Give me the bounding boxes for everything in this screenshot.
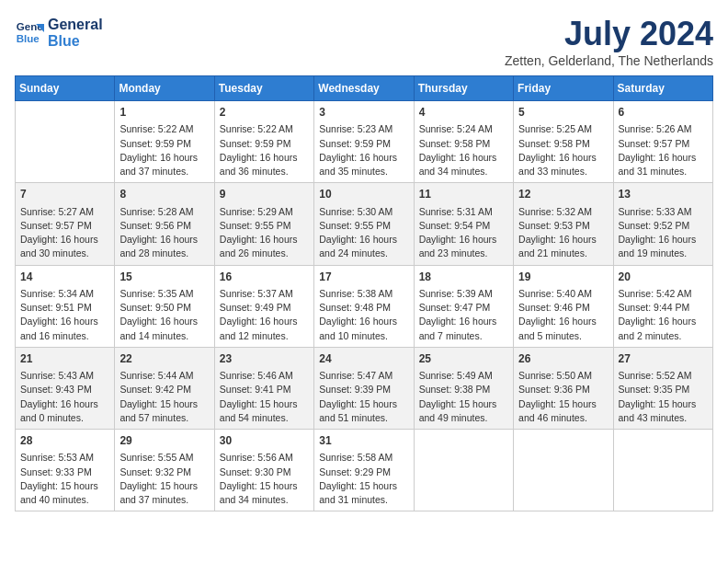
day-content: Sunrise: 5:47 AM Sunset: 9:39 PM Dayligh…: [319, 370, 397, 423]
calendar-cell: 12Sunrise: 5:32 AM Sunset: 9:53 PM Dayli…: [514, 183, 613, 265]
day-content: Sunrise: 5:58 AM Sunset: 9:29 PM Dayligh…: [319, 452, 397, 505]
calendar-cell: 5Sunrise: 5:25 AM Sunset: 9:58 PM Daylig…: [514, 101, 613, 183]
calendar-cell: 11Sunrise: 5:31 AM Sunset: 9:54 PM Dayli…: [414, 183, 513, 265]
day-content: Sunrise: 5:35 AM Sunset: 9:50 PM Dayligh…: [119, 288, 198, 341]
day-number: 18: [419, 270, 508, 285]
calendar-cell: 8Sunrise: 5:28 AM Sunset: 9:56 PM Daylig…: [115, 183, 214, 265]
col-header-monday: Monday: [115, 76, 214, 101]
day-number: 4: [419, 105, 508, 121]
day-number: 22: [119, 351, 209, 367]
day-content: Sunrise: 5:52 AM Sunset: 9:35 PM Dayligh…: [619, 370, 697, 423]
day-number: 23: [220, 351, 309, 367]
day-content: Sunrise: 5:37 AM Sunset: 9:49 PM Dayligh…: [220, 288, 298, 341]
col-header-saturday: Saturday: [613, 76, 712, 101]
day-content: Sunrise: 5:46 AM Sunset: 9:41 PM Dayligh…: [220, 370, 298, 423]
calendar-cell: 10Sunrise: 5:30 AM Sunset: 9:55 PM Dayli…: [314, 183, 414, 265]
week-row-1: 1Sunrise: 5:22 AM Sunset: 9:59 PM Daylig…: [16, 101, 713, 183]
day-content: Sunrise: 5:27 AM Sunset: 9:57 PM Dayligh…: [20, 206, 98, 259]
day-number: 19: [518, 270, 608, 285]
week-row-2: 7Sunrise: 5:27 AM Sunset: 9:57 PM Daylig…: [16, 183, 713, 265]
day-number: 10: [319, 187, 408, 202]
calendar-cell: 23Sunrise: 5:46 AM Sunset: 9:41 PM Dayli…: [214, 347, 313, 429]
page-header: General Blue General Blue July 2024 Zett…: [15, 15, 713, 68]
day-number: 13: [619, 187, 708, 202]
calendar-cell: 15Sunrise: 5:35 AM Sunset: 9:50 PM Dayli…: [115, 265, 214, 347]
day-number: 17: [319, 270, 408, 285]
day-number: 29: [119, 433, 209, 449]
day-content: Sunrise: 5:28 AM Sunset: 9:56 PM Dayligh…: [119, 206, 198, 259]
calendar-cell: 19Sunrise: 5:40 AM Sunset: 9:46 PM Dayli…: [514, 265, 613, 347]
calendar-cell: [514, 430, 613, 511]
week-row-5: 28Sunrise: 5:53 AM Sunset: 9:33 PM Dayli…: [16, 430, 713, 511]
week-row-3: 14Sunrise: 5:34 AM Sunset: 9:51 PM Dayli…: [16, 265, 713, 347]
calendar-cell: 22Sunrise: 5:44 AM Sunset: 9:42 PM Dayli…: [115, 347, 214, 429]
logo-text: General: [48, 17, 103, 33]
header-row: SundayMondayTuesdayWednesdayThursdayFrid…: [16, 76, 713, 101]
day-number: 11: [419, 187, 508, 202]
calendar-table: SundayMondayTuesdayWednesdayThursdayFrid…: [15, 75, 713, 511]
calendar-cell: 2Sunrise: 5:22 AM Sunset: 9:59 PM Daylig…: [214, 101, 313, 183]
calendar-cell: 1Sunrise: 5:22 AM Sunset: 9:59 PM Daylig…: [115, 101, 214, 183]
col-header-friday: Friday: [514, 76, 613, 101]
day-content: Sunrise: 5:39 AM Sunset: 9:47 PM Dayligh…: [419, 288, 497, 341]
week-row-4: 21Sunrise: 5:43 AM Sunset: 9:43 PM Dayli…: [16, 347, 713, 429]
day-number: 24: [319, 351, 408, 367]
day-content: Sunrise: 5:33 AM Sunset: 9:52 PM Dayligh…: [619, 206, 697, 259]
title-block: July 2024 Zetten, Gelderland, The Nether…: [505, 15, 713, 68]
logo-icon: General Blue: [15, 17, 44, 47]
calendar-cell: 27Sunrise: 5:52 AM Sunset: 9:35 PM Dayli…: [613, 347, 712, 429]
calendar-cell: 13Sunrise: 5:33 AM Sunset: 9:52 PM Dayli…: [613, 183, 712, 265]
calendar-cell: 3Sunrise: 5:23 AM Sunset: 9:59 PM Daylig…: [314, 101, 414, 183]
day-content: Sunrise: 5:22 AM Sunset: 9:59 PM Dayligh…: [220, 123, 298, 177]
day-number: 30: [220, 433, 309, 449]
calendar-cell: 26Sunrise: 5:50 AM Sunset: 9:36 PM Dayli…: [514, 347, 613, 429]
calendar-cell: 7Sunrise: 5:27 AM Sunset: 9:57 PM Daylig…: [16, 183, 115, 265]
day-content: Sunrise: 5:23 AM Sunset: 9:59 PM Dayligh…: [319, 123, 397, 177]
day-content: Sunrise: 5:25 AM Sunset: 9:58 PM Dayligh…: [518, 123, 597, 177]
day-content: Sunrise: 5:42 AM Sunset: 9:44 PM Dayligh…: [619, 288, 697, 341]
day-number: 25: [419, 351, 508, 367]
day-content: Sunrise: 5:44 AM Sunset: 9:42 PM Dayligh…: [119, 370, 198, 423]
col-header-sunday: Sunday: [16, 76, 115, 101]
day-content: Sunrise: 5:24 AM Sunset: 9:58 PM Dayligh…: [419, 123, 497, 177]
day-content: Sunrise: 5:56 AM Sunset: 9:30 PM Dayligh…: [220, 452, 298, 505]
calendar-cell: 20Sunrise: 5:42 AM Sunset: 9:44 PM Dayli…: [613, 265, 712, 347]
calendar-cell: 16Sunrise: 5:37 AM Sunset: 9:49 PM Dayli…: [214, 265, 313, 347]
day-content: Sunrise: 5:55 AM Sunset: 9:32 PM Dayligh…: [119, 452, 198, 505]
calendar-cell: 21Sunrise: 5:43 AM Sunset: 9:43 PM Dayli…: [16, 347, 115, 429]
day-number: 21: [20, 351, 109, 367]
col-header-thursday: Thursday: [414, 76, 513, 101]
calendar-cell: 4Sunrise: 5:24 AM Sunset: 9:58 PM Daylig…: [414, 101, 513, 183]
day-number: 8: [119, 187, 209, 202]
day-content: Sunrise: 5:38 AM Sunset: 9:48 PM Dayligh…: [319, 288, 397, 341]
calendar-cell: [16, 101, 115, 183]
day-number: 7: [20, 187, 109, 202]
calendar-cell: [414, 430, 513, 511]
logo-text-blue: Blue: [48, 33, 103, 50]
logo: General Blue General Blue: [15, 15, 103, 49]
day-content: Sunrise: 5:40 AM Sunset: 9:46 PM Dayligh…: [518, 288, 597, 341]
calendar-cell: 6Sunrise: 5:26 AM Sunset: 9:57 PM Daylig…: [613, 101, 712, 183]
calendar-cell: 28Sunrise: 5:53 AM Sunset: 9:33 PM Dayli…: [16, 430, 115, 511]
day-number: 9: [220, 187, 309, 202]
calendar-cell: 14Sunrise: 5:34 AM Sunset: 9:51 PM Dayli…: [16, 265, 115, 347]
day-number: 16: [220, 270, 309, 285]
calendar-cell: 25Sunrise: 5:49 AM Sunset: 9:38 PM Dayli…: [414, 347, 513, 429]
day-content: Sunrise: 5:31 AM Sunset: 9:54 PM Dayligh…: [419, 206, 497, 259]
calendar-cell: [613, 430, 712, 511]
calendar-cell: 9Sunrise: 5:29 AM Sunset: 9:55 PM Daylig…: [214, 183, 313, 265]
day-content: Sunrise: 5:22 AM Sunset: 9:59 PM Dayligh…: [119, 123, 198, 177]
col-header-tuesday: Tuesday: [214, 76, 313, 101]
day-number: 1: [119, 105, 209, 121]
day-number: 3: [319, 105, 408, 121]
day-number: 26: [518, 351, 608, 367]
day-number: 31: [319, 433, 408, 449]
day-content: Sunrise: 5:43 AM Sunset: 9:43 PM Dayligh…: [20, 370, 98, 423]
calendar-cell: 31Sunrise: 5:58 AM Sunset: 9:29 PM Dayli…: [314, 430, 414, 511]
day-number: 28: [20, 433, 109, 449]
day-number: 15: [119, 270, 209, 285]
day-content: Sunrise: 5:26 AM Sunset: 9:57 PM Dayligh…: [619, 123, 697, 177]
calendar-cell: 30Sunrise: 5:56 AM Sunset: 9:30 PM Dayli…: [214, 430, 313, 511]
day-number: 20: [619, 270, 708, 285]
calendar-cell: 17Sunrise: 5:38 AM Sunset: 9:48 PM Dayli…: [314, 265, 414, 347]
